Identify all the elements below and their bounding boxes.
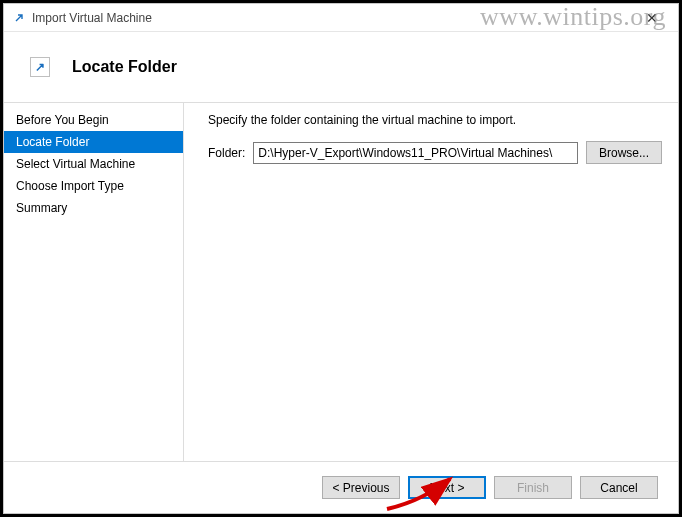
wizard-content: Specify the folder containing the virtua… xyxy=(184,103,678,461)
arrow-up-right-icon: ↗ xyxy=(30,57,50,77)
close-button[interactable]: ✕ xyxy=(632,6,672,30)
wizard-header: ↗ Locate Folder xyxy=(4,32,678,102)
folder-input[interactable] xyxy=(253,142,578,164)
wizard-body: Before You Begin Locate Folder Select Vi… xyxy=(4,102,678,461)
finish-button: Finish xyxy=(494,476,572,499)
folder-row: Folder: Browse... xyxy=(208,141,662,164)
previous-button[interactable]: < Previous xyxy=(322,476,400,499)
step-select-virtual-machine[interactable]: Select Virtual Machine xyxy=(4,153,183,175)
page-title: Locate Folder xyxy=(72,58,177,76)
step-locate-folder[interactable]: Locate Folder xyxy=(4,131,183,153)
import-wizard-dialog: Import Virtual Machine ✕ ↗ Locate Folder… xyxy=(3,3,679,514)
step-before-you-begin[interactable]: Before You Begin xyxy=(4,109,183,131)
cancel-button[interactable]: Cancel xyxy=(580,476,658,499)
next-button[interactable]: Next > xyxy=(408,476,486,499)
instruction-text: Specify the folder containing the virtua… xyxy=(208,113,662,127)
wizard-steps-sidebar: Before You Begin Locate Folder Select Vi… xyxy=(4,103,184,461)
step-choose-import-type[interactable]: Choose Import Type xyxy=(4,175,183,197)
window-title: Import Virtual Machine xyxy=(32,11,632,25)
titlebar: Import Virtual Machine ✕ xyxy=(4,4,678,32)
step-summary[interactable]: Summary xyxy=(4,197,183,219)
app-icon xyxy=(12,11,26,25)
folder-label: Folder: xyxy=(208,146,245,160)
browse-button[interactable]: Browse... xyxy=(586,141,662,164)
wizard-footer: < Previous Next > Finish Cancel xyxy=(4,461,678,513)
